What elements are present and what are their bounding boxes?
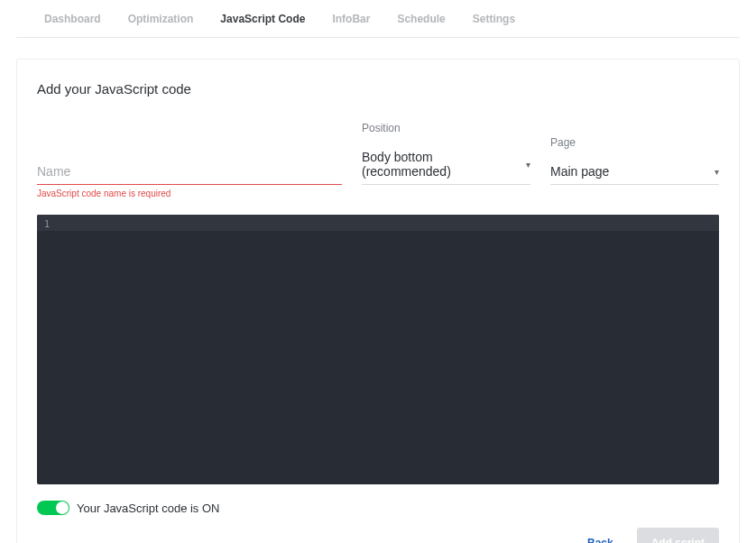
code-editor[interactable]: 1 xyxy=(37,215,719,484)
tab-optimization[interactable]: Optimization xyxy=(115,0,207,37)
form-row: Name JavaScript code name is required Po… xyxy=(37,122,719,198)
tab-schedule[interactable]: Schedule xyxy=(383,0,458,37)
position-label: Position xyxy=(362,122,530,134)
add-script-button[interactable]: Add script xyxy=(637,528,719,543)
tab-infobar[interactable]: InfoBar xyxy=(318,0,383,37)
position-select[interactable]: Body bottom (recommended) ▾ xyxy=(362,144,530,185)
editor-gutter-row: 1 xyxy=(37,215,719,231)
card-title: Add your JavaScript code xyxy=(37,81,719,97)
field-page: Page Main page ▾ x xyxy=(550,136,719,198)
page-label: Page xyxy=(550,136,719,149)
tab-dashboard[interactable]: Dashboard xyxy=(31,0,115,37)
main-card: Add your JavaScript code Name JavaScript… xyxy=(16,59,740,543)
tab-javascript-code[interactable]: JavaScript Code xyxy=(207,0,318,37)
chevron-down-icon: ▾ xyxy=(526,160,530,170)
tab-settings[interactable]: Settings xyxy=(459,0,529,37)
name-input[interactable] xyxy=(37,159,342,185)
code-toggle[interactable] xyxy=(37,501,69,515)
page-value: Main page xyxy=(550,164,609,179)
line-number: 1 xyxy=(37,216,51,229)
field-name: Name JavaScript code name is required xyxy=(37,136,342,198)
tabs-bar: Dashboard Optimization JavaScript Code I… xyxy=(16,0,740,38)
page-select[interactable]: Main page ▾ xyxy=(550,159,719,185)
field-position: Position Body bottom (recommended) ▾ x xyxy=(362,122,530,198)
position-value: Body bottom (recommended) xyxy=(362,150,519,179)
chevron-down-icon: ▾ xyxy=(715,167,719,177)
action-row: Back Add script xyxy=(37,528,719,543)
toggle-knob xyxy=(56,502,69,514)
name-error: JavaScript code name is required xyxy=(37,189,342,198)
back-button[interactable]: Back xyxy=(573,528,628,543)
toggle-label: Your JavaScript code is ON xyxy=(77,502,219,515)
toggle-row: Your JavaScript code is ON xyxy=(37,501,719,515)
